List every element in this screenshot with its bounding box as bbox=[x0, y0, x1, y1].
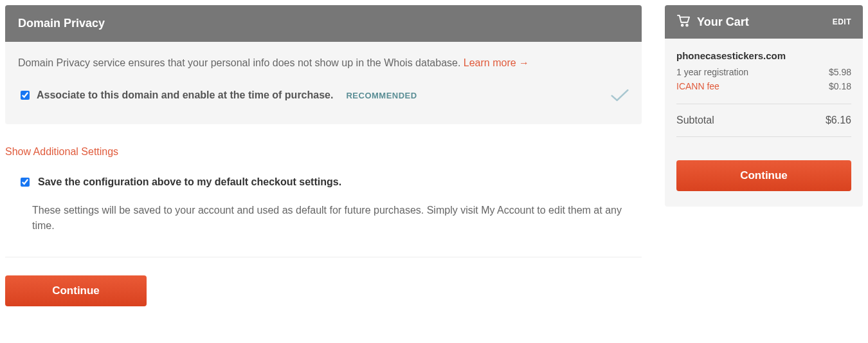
learn-more-link[interactable]: Learn more → bbox=[464, 57, 529, 68]
cart-column: Your Cart EDIT phonecasestickers.com 1 y… bbox=[665, 5, 863, 207]
main-column: Domain Privacy Domain Privacy service en… bbox=[5, 5, 642, 306]
subtotal-label: Subtotal bbox=[676, 115, 714, 126]
cart-divider bbox=[676, 104, 851, 104]
cart-line-item: ICANN fee$0.18 bbox=[676, 79, 851, 93]
continue-button[interactable]: Continue bbox=[5, 275, 147, 306]
svg-point-1 bbox=[686, 24, 688, 26]
recommended-badge: RECOMMENDED bbox=[346, 91, 417, 100]
svg-point-0 bbox=[682, 24, 683, 26]
divider bbox=[5, 257, 642, 257]
cart-header: Your Cart EDIT bbox=[665, 5, 863, 39]
panel-title: Domain Privacy bbox=[18, 17, 105, 30]
cart-continue-button[interactable]: Continue bbox=[676, 160, 851, 191]
cart-divider bbox=[676, 136, 851, 137]
subtotal-value: $6.16 bbox=[826, 115, 851, 126]
associate-row: Associate to this domain and enable at t… bbox=[18, 88, 629, 102]
privacy-description-line: Domain Privacy service ensures that your… bbox=[18, 57, 629, 69]
associate-label: Associate to this domain and enable at t… bbox=[37, 89, 333, 101]
cart-line-item: 1 year registration$5.98 bbox=[676, 65, 851, 79]
associate-checkbox[interactable] bbox=[21, 91, 30, 100]
domain-privacy-body: Domain Privacy service ensures that your… bbox=[5, 42, 642, 124]
cart-line-price: $0.18 bbox=[829, 81, 851, 91]
cart-line-label: ICANN fee bbox=[676, 81, 719, 91]
cart-edit-link[interactable]: EDIT bbox=[833, 17, 851, 26]
save-settings-block: Save the configuration above to my defau… bbox=[5, 176, 642, 234]
show-additional-settings-link[interactable]: Show Additional Settings bbox=[5, 146, 642, 158]
cart-title: Your Cart bbox=[697, 15, 749, 29]
cart-icon bbox=[676, 14, 691, 30]
privacy-description: Domain Privacy service ensures that your… bbox=[18, 57, 464, 68]
checkmark-icon bbox=[611, 88, 629, 102]
cart-line-price: $5.98 bbox=[829, 67, 851, 77]
save-settings-description: These settings will be saved to your acc… bbox=[32, 203, 629, 234]
subtotal-row: Subtotal $6.16 bbox=[676, 115, 851, 126]
cart-body: phonecasestickers.com 1 year registratio… bbox=[665, 39, 863, 207]
cart-domain-name: phonecasestickers.com bbox=[676, 50, 851, 61]
domain-privacy-header: Domain Privacy bbox=[5, 5, 642, 42]
cart-line-label: 1 year registration bbox=[676, 67, 748, 77]
save-settings-label: Save the configuration above to my defau… bbox=[38, 176, 341, 188]
save-settings-checkbox[interactable] bbox=[21, 178, 30, 187]
